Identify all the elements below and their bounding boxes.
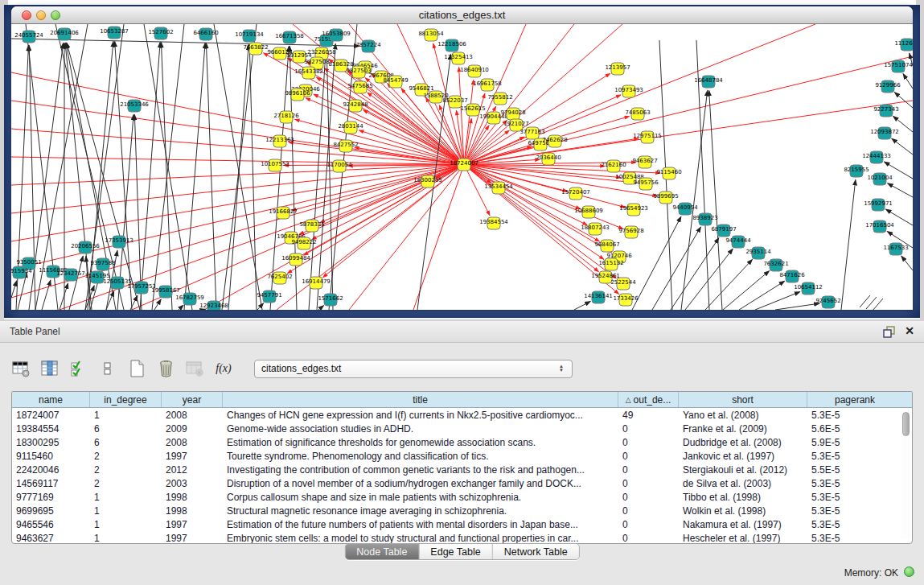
citation-edge-black[interactable]: [903, 74, 913, 89]
table-settings-icon[interactable]: [11, 360, 31, 377]
citation-edge-black[interactable]: [901, 256, 913, 270]
column-header-out_de[interactable]: △out_de...: [618, 392, 679, 407]
graph-node-label: 9463627: [632, 158, 657, 164]
citation-edge-black[interactable]: [249, 44, 257, 310]
citation-edge-red[interactable]: [312, 165, 464, 240]
citation-edge-black[interactable]: [318, 306, 324, 310]
cell-pagerank: 5.3E-5: [807, 451, 902, 462]
citation-edge-black[interactable]: [115, 41, 132, 310]
graph-node-label: 9546821: [409, 85, 433, 92]
citation-edge-black[interactable]: [892, 138, 913, 154]
node-table[interactable]: namein_degreeyeartitle△out_de...shortpag…: [11, 391, 913, 544]
graph-node-label: 8215955: [844, 167, 869, 173]
table-row[interactable]: 2242004622012Investigating the contribut…: [12, 463, 912, 476]
citation-edge-black[interactable]: [161, 42, 172, 310]
table-row[interactable]: 1872400712008Changes of HCN gene express…: [12, 408, 912, 422]
citation-edge-black[interactable]: [888, 183, 913, 197]
create-column-icon[interactable]: [127, 360, 146, 377]
citation-edge-black[interactable]: [60, 283, 68, 310]
table-row[interactable]: 946362711997Embryonic stem cells: a mode…: [12, 531, 912, 544]
citation-edge-black[interactable]: [671, 238, 719, 310]
column-header-pagerank[interactable]: pagerank: [807, 392, 902, 407]
citation-edge-black[interactable]: [270, 46, 289, 310]
delete-table-icon: [185, 360, 204, 377]
citation-edge-black[interactable]: [681, 90, 708, 310]
citation-edge-black[interactable]: [775, 303, 819, 310]
citation-edge-black[interactable]: [841, 179, 856, 310]
table-row[interactable]: 969969511998Structural magnetic resonanc…: [12, 504, 912, 517]
function-builder-icon[interactable]: f(x): [214, 360, 233, 377]
citation-edge[interactable]: [413, 165, 464, 311]
cell-name: 9463627: [12, 533, 90, 544]
float-panel-icon[interactable]: [883, 326, 895, 338]
select-mode-icon[interactable]: [69, 360, 88, 377]
citation-edge-black[interactable]: [574, 302, 590, 310]
cell-short: Yano et al. (2008): [679, 410, 807, 421]
close-window-button[interactable]: [22, 10, 31, 20]
citation-edge-black[interactable]: [179, 305, 183, 310]
cell-short: Wolkin et al. (1998): [679, 505, 807, 517]
network-view-window[interactable]: citations_edges.txt 24055724206914061065…: [11, 6, 913, 310]
graph-node-label: 7485063: [625, 109, 650, 116]
citation-edge-red[interactable]: [323, 165, 464, 278]
close-panel-icon[interactable]: ✕: [905, 324, 914, 337]
citation-edge-black[interactable]: [42, 280, 51, 310]
table-row[interactable]: 946554611997Estimation of the future num…: [12, 517, 912, 531]
minimize-window-button[interactable]: [36, 10, 46, 20]
graph-node-label: 12444133: [862, 153, 891, 159]
table-row[interactable]: 911546021997Tourette syndrome. Phenomeno…: [12, 449, 912, 463]
citation-edge-black[interactable]: [739, 281, 785, 310]
memory-status-indicator[interactable]: [904, 566, 914, 577]
column-header-in_degree[interactable]: in_degree: [90, 392, 162, 407]
window-titlebar[interactable]: citations_edges.txt: [11, 6, 913, 24]
cell-out_de: 49: [618, 410, 679, 421]
citation-edge-black[interactable]: [723, 271, 770, 310]
column-label: in_degree: [104, 394, 146, 406]
citation-edge[interactable]: [214, 24, 262, 310]
column-header-year[interactable]: year: [162, 392, 223, 407]
tab-node-table[interactable]: Node Table: [345, 544, 419, 559]
citation-edge-black[interactable]: [705, 260, 752, 310]
citation-edge-black[interactable]: [140, 42, 160, 310]
graph-node-label: 9129966: [875, 82, 901, 89]
tab-network-table[interactable]: Network Table: [493, 544, 579, 559]
column-header-name[interactable]: name: [12, 392, 90, 407]
table-row[interactable]: 1938455462009Genome-wide association stu…: [12, 422, 912, 435]
column-header-short[interactable]: short: [679, 392, 807, 407]
citation-edge-black[interactable]: [257, 303, 264, 310]
table-row[interactable]: 1456911722003Disruption of a novel membe…: [12, 476, 912, 490]
citation-edge-red[interactable]: [320, 165, 464, 223]
citation-edge-black[interactable]: [228, 44, 248, 310]
citation-edge-black[interactable]: [154, 299, 161, 310]
graph-node-label: 16671358: [275, 33, 304, 39]
citation-edge-red[interactable]: [464, 165, 599, 242]
tab-edge-table[interactable]: Edge Table: [419, 544, 492, 559]
row-options-icon[interactable]: [98, 360, 117, 377]
cell-in_degree: 2: [90, 464, 162, 476]
graph-node-label: 10973493: [614, 87, 643, 93]
delete-column-icon[interactable]: [156, 360, 175, 377]
network-table-selector[interactable]: citations_edges.txt▲▼: [254, 360, 573, 378]
citation-edge-black[interactable]: [106, 291, 114, 310]
vertical-scrollbar[interactable]: [901, 410, 910, 539]
column-header-title[interactable]: title: [223, 392, 618, 407]
show-column-icon[interactable]: [40, 360, 60, 377]
citation-edge-black[interactable]: [11, 281, 17, 298]
graph-node-label: 8522037: [442, 97, 467, 104]
table-row[interactable]: 977716911998Corpus callosum shape and si…: [12, 490, 912, 504]
cell-title: Structural magnetic resonance image aver…: [223, 505, 618, 517]
cell-name: 9465546: [12, 519, 90, 530]
citation-edge[interactable]: [349, 165, 464, 311]
graph-node-label: 7955812: [487, 94, 512, 101]
graph-node-label: 6466160: [193, 30, 218, 36]
citation-edge-black[interactable]: [134, 114, 142, 310]
citation-edge-red[interactable]: [459, 67, 464, 164]
table-row[interactable]: 1830029562008Estimation of significance …: [12, 435, 912, 449]
scrollbar-thumb[interactable]: [902, 412, 910, 436]
graph-node-label: 8427552: [333, 142, 358, 148]
citation-edge[interactable]: [144, 24, 192, 310]
citation-edge-black[interactable]: [652, 227, 700, 310]
zoom-window-button[interactable]: [51, 10, 60, 20]
graph-node-label: 8813054: [418, 31, 444, 37]
network-graph-canvas[interactable]: 2405572420691406106532871527602646616010…: [11, 24, 913, 310]
